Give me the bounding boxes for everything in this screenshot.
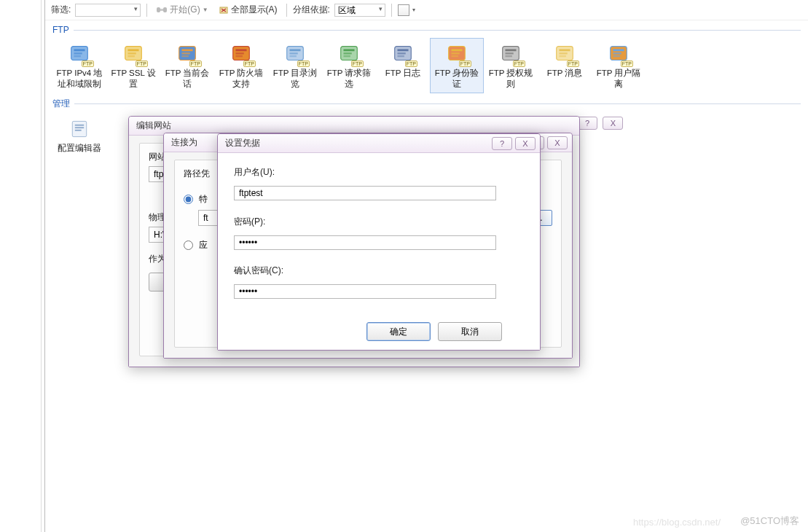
svg-rect-9 [128,49,138,51]
close-button[interactable]: X [547,136,568,149]
icon-label: FTP 消息 [540,68,589,79]
ftp-firewall[interactable]: FTP FTP 防火墙支持 [214,38,268,93]
svg-rect-26 [343,52,351,54]
ftp-ipv4-restrictions-icon: FTP [67,42,92,66]
svg-rect-17 [235,49,246,51]
help-button[interactable]: ? [577,117,597,130]
svg-rect-10 [128,52,136,54]
svg-rect-13 [181,49,192,51]
svg-rect-34 [451,52,459,54]
mgmt-section-header[interactable]: 管理 [52,98,801,110]
ok-button[interactable]: 确定 [366,322,431,341]
ftp-authentication[interactable]: FTP FTP 身份验证 [430,38,484,93]
icon-label: FTP 防火墙支持 [216,68,266,90]
set-cred-titlebar[interactable]: 设置凭据 ? X [218,134,540,153]
separator [286,4,287,17]
ftp-current-sessions[interactable]: FTP FTP 当前会话 [160,38,214,93]
ftp-badge: FTP [82,60,94,67]
ftp-badge: FTP [567,60,579,67]
cancel-button[interactable]: 取消 [438,322,502,341]
ftp-badge: FTP [621,60,633,67]
ftp-authorization-icon: FTP [498,42,523,66]
icon-label: FTP 身份验证 [432,68,482,90]
svg-rect-15 [181,55,188,57]
password-input[interactable] [234,235,496,250]
filter-dropdown[interactable] [75,4,141,17]
set-cred-title: 设置凭据 [225,137,260,149]
svg-rect-22 [289,52,297,54]
close-button[interactable]: X [603,117,623,130]
icon-label: FTP SSL 设置 [109,68,158,90]
ftp-section-header[interactable]: FTP [52,25,801,35]
ftp-authorization[interactable]: FTP FTP 授权规则 [484,38,538,93]
left-panel-strip [0,0,42,532]
close-button[interactable]: X [515,137,536,150]
svg-rect-7 [74,55,80,57]
separator [146,4,147,17]
ftp-user-isolation[interactable]: FTP FTP 用户隔离 [592,38,646,93]
separator [391,4,392,17]
ftp-ipv4-restrictions[interactable]: FTP FTP IPv4 地址和域限制 [52,38,106,93]
ftp-badge: FTP [189,60,202,67]
view-mode-button[interactable] [398,4,409,16]
start-button[interactable]: 开始(G) ▼ [153,3,211,17]
svg-rect-6 [74,52,82,54]
group-by-dropdown[interactable]: 区域 [334,4,385,17]
svg-rect-38 [505,52,513,54]
ftp-badge: FTP [243,60,256,67]
svg-rect-41 [559,49,570,51]
svg-rect-48 [72,121,86,136]
ftp-directory-browsing[interactable]: FTP FTP 目录浏览 [268,38,322,93]
svg-rect-11 [128,55,134,57]
svg-rect-5 [74,49,85,51]
svg-rect-37 [505,49,516,51]
ftp-logging[interactable]: FTP FTP 日志 [376,38,430,93]
filter-label: 筛选: [51,4,71,16]
username-input[interactable] [234,186,496,200]
mgmt-section-title: 管理 [52,98,70,110]
svg-rect-50 [75,127,84,128]
confirm-password-input[interactable] [234,284,496,299]
ftp-ssl-settings[interactable]: FTP FTP SSL 设置 [106,38,160,93]
svg-rect-2 [160,9,163,11]
svg-rect-21 [289,49,300,51]
binoculars-icon [156,5,168,15]
ftp-messages[interactable]: FTP FTP 消息 [538,38,592,93]
back-dialog-titlebar-buttons: ? X [574,117,623,130]
config-editor[interactable]: 配置编辑器 [52,113,106,157]
ftp-badge: FTP [351,60,364,67]
ftp-firewall-icon: FTP [229,42,254,66]
svg-rect-42 [559,52,567,54]
svg-rect-27 [343,55,350,57]
filter-toolbar: 筛选: 开始(G) ▼ 全部显示(A) 分组依据: 区域 ▾ [45,0,808,20]
svg-rect-25 [343,49,354,51]
specific-user-radio[interactable] [184,195,193,204]
svg-rect-0 [157,7,160,12]
ftp-section: FTP FTP FTP IPv4 地址和域限制 FTP FTP SSL 设置 [45,20,808,93]
ftp-badge: FTP [459,60,471,67]
svg-rect-35 [451,55,458,57]
ftp-badge: FTP [136,60,148,67]
icon-label: FTP IPv4 地址和域限制 [55,68,104,90]
clear-icon [219,5,229,15]
ftp-messages-icon: FTP [552,42,577,66]
svg-rect-29 [397,49,408,51]
ftp-request-filtering-icon: FTP [337,42,361,66]
svg-rect-1 [163,7,167,12]
icon-label: FTP 授权规则 [486,68,536,90]
svg-rect-49 [75,125,84,126]
ftp-request-filtering[interactable]: FTP FTP 请求筛选 [322,38,376,93]
ftp-authentication-icon: FTP [444,42,469,66]
icon-label: FTP 当前会话 [162,68,212,90]
svg-rect-31 [397,55,404,57]
ftp-current-sessions-icon: FTP [175,42,200,66]
help-button[interactable]: ? [492,137,512,150]
app-user-radio[interactable] [184,240,193,250]
ftp-icon-grid: FTP FTP IPv4 地址和域限制 FTP FTP SSL 设置 FTP F… [52,38,801,93]
password-label: 密码(P): [234,216,524,228]
group-by-label: 分组依据: [293,4,330,16]
ftp-directory-browsing-icon: FTP [283,42,307,66]
show-all-button[interactable]: 全部显示(A) [216,3,281,17]
specific-user-label: 特 [199,193,208,206]
icon-label: FTP 用户隔离 [594,68,643,90]
